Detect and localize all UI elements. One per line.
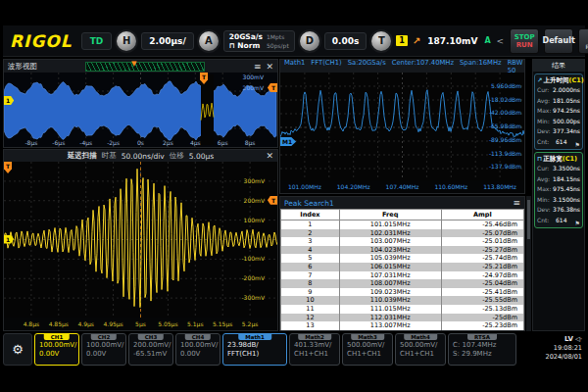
measurement-card[interactable]: ↗上升时间(C1)Cur:2.0000nsAvg:181.05nsMax:974… (534, 74, 583, 150)
table-cell: 7 (281, 271, 340, 280)
channel-box-math1[interactable]: Math123.98dB/ FFT(CH1) (222, 333, 287, 366)
measurement-row: Max:975.45ns (537, 184, 580, 195)
table-cell: 12 (281, 314, 340, 322)
table-row[interactable]: 10110.039MHz-25.55dBm (281, 296, 524, 305)
table-cell: 111.015MHz (339, 305, 441, 314)
table-cell: 1 (281, 220, 340, 229)
axis-label: 2μs (163, 139, 173, 146)
trigger-knob[interactable]: T (371, 31, 391, 51)
delay-value[interactable]: 0.00s (324, 32, 368, 50)
table-cell: 5 (281, 254, 340, 263)
table-cell: -25.01dBm (441, 237, 523, 246)
axis-label: 4μs (190, 139, 201, 146)
delay-knob[interactable]: D (300, 31, 319, 51)
table-cell: 110.039MHz (339, 296, 441, 305)
table-row[interactable]: 6106.015MHz-25.21dBm (281, 263, 524, 271)
channel-offset: CH1+CH1 (347, 350, 389, 359)
horizontal-knob[interactable]: H (117, 31, 136, 51)
table-row[interactable]: 7107.031MHz-24.97dBm (281, 271, 524, 280)
axis-label: -6μs (52, 139, 65, 146)
table-cell: -25.55dBm (441, 296, 523, 305)
waveform-plot[interactable]: 300mV200mV-8μs-6μs-4μs-2μs0s2μs4μs6μs8μs… (4, 73, 277, 147)
channel-scale: 401.33mV/ (294, 341, 336, 350)
measurement-card[interactable]: ⊓正脉宽(C1)Cur:3.3500nsAvg:184.15nsMax:975.… (534, 152, 583, 228)
acquire-knob[interactable]: A (199, 31, 219, 51)
trigger-source[interactable]: 1 (396, 35, 408, 46)
channel-box-ch1[interactable]: CH1100.00mV/ Ω0.00V (34, 333, 79, 366)
close-icon[interactable]: ✕ (266, 62, 273, 72)
table-row[interactable]: 3103.007MHz-25.01dBm (281, 237, 524, 246)
settings-button[interactable]: ⚙ (3, 333, 32, 366)
default-button[interactable]: Default (544, 28, 573, 54)
table-row[interactable]: 13113.007MHz-25.23dBm (281, 321, 524, 330)
channel-box-ch3[interactable]: CH3200.00mV/ Ω-65.51mV (128, 333, 173, 366)
fft-view-panel: Math1FFT(CH1)Sa:20GSa/sCenter:107.40MHzS… (279, 59, 525, 194)
table-cell: 11 (281, 305, 340, 314)
acquire-readout[interactable]: 20GSa/s ⊓ Norm 1Mpts 50ps/pt (223, 30, 295, 52)
stat-label: Cur: (537, 164, 553, 174)
channel-scale: 500.00mV/ (400, 341, 442, 350)
axis-label: 4.9μs (77, 320, 94, 327)
axis-label: 300mV (244, 177, 265, 184)
table-row[interactable]: 8108.007MHz-25.04dBm (281, 279, 524, 288)
zoom-close-icon[interactable]: ✕ (266, 151, 273, 161)
preview-position-icon[interactable]: ▼ (131, 61, 136, 68)
stat-label: Min: (537, 117, 553, 127)
zoom-plot[interactable]: 300mV200mV100mV-100mV-200mV-300mVT1T (4, 162, 277, 318)
stat-value: 377.34ns (553, 126, 580, 137)
channel-tab: CH1 (44, 334, 70, 340)
stat-label: Min: (537, 195, 553, 206)
table-row[interactable]: 9109.023MHz-25.41dBm (281, 288, 524, 297)
toolbar-buttons: ∆RTSA▱测量∿→采样控制▣多窗口⌖光标 (578, 28, 588, 54)
rtsa-button[interactable]: ∆RTSA (578, 28, 588, 54)
table-cell: 108.007MHz (339, 279, 441, 288)
run-stop-button[interactable]: STOP RUN (510, 28, 539, 54)
axis-label: 300mV (243, 74, 264, 80)
waveform-view-title: 波形视图 (8, 62, 37, 72)
table-cell: -25.07dBm (441, 229, 523, 238)
peak-table: IndexFreqAmpl1101.015MHz-25.46dBm2102.03… (280, 209, 524, 330)
axis-label: -89.96dBm (489, 136, 521, 143)
channel-scale: C: 107.4MHz (453, 341, 513, 350)
mode-badge[interactable]: TD (81, 32, 113, 50)
axis-label: 100mV (244, 217, 265, 223)
channel-box-math2[interactable]: Math2401.33mV/ CH1+CH1 (289, 333, 340, 366)
trigger-level[interactable]: 187.10mV (425, 36, 479, 46)
table-cell: -25.04dBm (441, 279, 523, 288)
table-cell: 8 (281, 279, 340, 288)
channel-box-math4[interactable]: Math4500.00mV/ CH1+CH1 (395, 333, 446, 366)
table-row[interactable]: 5105.039MHz-25.74dBm (281, 254, 524, 263)
stat-label: Dev: (537, 205, 553, 216)
peak-menu-icon[interactable]: ≡ (513, 198, 520, 208)
stat-value: 181.05ns (553, 96, 580, 107)
column-header: Index (281, 210, 340, 220)
axis-label: 5.960dBm (491, 82, 521, 89)
collapse-arrow-icon[interactable]: < (496, 36, 506, 46)
menu-icon[interactable]: ≡ (254, 62, 262, 72)
axis-label: -42.00dBm (489, 109, 521, 116)
sound-icon: ◁· (575, 335, 582, 343)
table-row[interactable]: 4104.023MHz-25.27dBm (281, 246, 524, 255)
measurement-row: Min:3.1500ns (537, 195, 580, 206)
results-sidebar: 结果 ↗上升时间(C1)Cur:2.0000nsAvg:181.05nsMax:… (532, 59, 585, 331)
results-title: 结果 (533, 60, 584, 72)
channel-box-rtsa[interactable]: RTSAC: 107.4MHz S: 29.9MHz (448, 333, 516, 366)
channel-box-ch2[interactable]: CH2100.00mV/ 0.00V (81, 333, 126, 366)
table-row[interactable]: 2102.031MHz-25.07dBm (281, 229, 524, 238)
table-row[interactable]: 12112.031MHz-25dBm (281, 314, 524, 322)
channel-box-math3[interactable]: Math3500.00mV/ CH1+CH1 (342, 333, 393, 366)
waveform-preview-strip[interactable]: ▼ (85, 62, 205, 72)
table-row[interactable]: 1101.015MHz-25.46dBm (281, 220, 524, 229)
table-scrollbar[interactable] (526, 196, 531, 331)
stat-label: Max: (537, 106, 553, 117)
flag-icon: ⚑ (575, 141, 580, 148)
waveform-view-panel: 波形视图 ▼ ≡ ✕ 300mV200mV-8μs-6μs-4μs-2μs0s2… (3, 59, 278, 148)
toolbar: RIGOL TD H 2.00μs/ A 20GSa/s ⊓ Norm 1Mpt… (3, 25, 585, 57)
axis-label: 101.00MHz (288, 183, 321, 190)
channel-box-ch4[interactable]: CH4100.00mV/ 0.00V (175, 333, 220, 366)
table-cell: 13 (281, 321, 340, 330)
fft-plot[interactable]: 5.960dBm-18.02dBm-42.00dBm-65.98dBm-89.9… (280, 73, 524, 180)
table-row[interactable]: 11111.015MHz-25.13dBm (281, 305, 524, 314)
channel-tab: Math2 (298, 334, 331, 340)
timebase-value[interactable]: 2.00μs/ (141, 32, 193, 50)
